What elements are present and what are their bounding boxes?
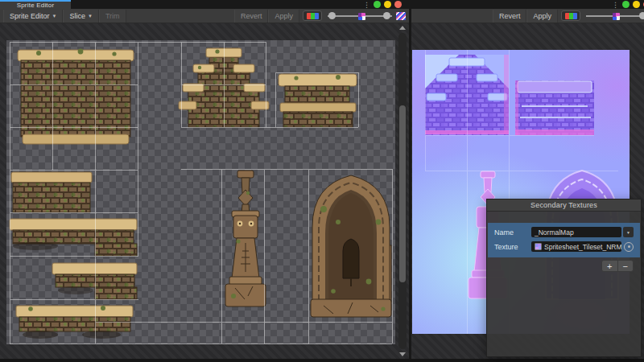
sprite-editor-menu-label: Sprite Editor <box>10 12 50 20</box>
name-row: Name _NormalMap ▼ <box>494 226 634 238</box>
name-label: Name <box>494 228 531 237</box>
sprite-editor-menu-button[interactable]: Sprite Editor ▼ <box>3 10 63 23</box>
mip-texture-icon <box>358 13 365 20</box>
zoom-mip-slider[interactable] <box>586 10 644 22</box>
zoom-mip-slider[interactable] <box>328 10 392 22</box>
revert-label: Revert <box>241 12 262 20</box>
sprite-wall-large <box>18 49 134 144</box>
name-dropdown[interactable]: _NormalMap <box>531 227 621 237</box>
spritesheet-texture[interactable] <box>6 40 395 344</box>
sprite-platform-block <box>279 74 357 127</box>
pane-controls-left: ⋮ <box>363 0 402 9</box>
window-green-icon[interactable] <box>374 1 381 8</box>
apply-button[interactable]: Apply <box>526 10 558 23</box>
sprite-editor-left-pane <box>0 23 409 359</box>
revert-button[interactable]: Revert <box>493 10 527 23</box>
object-picker-icon[interactable] <box>624 242 634 252</box>
window-red-icon[interactable] <box>394 1 402 8</box>
selected-secondary-texture[interactable]: Name _NormalMap ▼ Texture Spritesheet_Ti… <box>488 223 640 257</box>
apply-label: Apply <box>275 12 293 20</box>
menu-dots-icon[interactable]: ⋮ <box>612 1 619 9</box>
pane-controls-right: ⋮ <box>612 0 644 9</box>
name-dropdown-button[interactable]: ▼ <box>623 227 634 237</box>
normalmap-platform-block <box>515 80 594 135</box>
vertical-scrollbar[interactable] <box>397 25 408 357</box>
chevron-down-icon: ▼ <box>52 14 57 19</box>
revert-button[interactable]: Revert <box>234 10 269 23</box>
texture-thumbnail-icon <box>535 243 542 250</box>
chevron-down-icon: ▼ <box>88 14 93 19</box>
scrollbar-thumb[interactable] <box>399 105 406 282</box>
remove-texture-button[interactable]: − <box>618 261 634 271</box>
mip-texture-icon <box>613 13 620 20</box>
chevron-down-icon: ▼ <box>626 230 630 235</box>
rgb-icon <box>307 13 319 19</box>
add-texture-button[interactable]: + <box>602 261 618 271</box>
panel-title: Secondary Textures <box>487 200 641 212</box>
apply-label: Apply <box>533 12 551 20</box>
menu-dots-icon[interactable]: ⋮ <box>363 1 370 9</box>
scroll-down-icon[interactable] <box>399 352 406 356</box>
mip-slider-knob[interactable] <box>383 12 390 19</box>
secondary-textures-panel: Secondary Textures Name _NormalMap ▼ Tex… <box>486 199 642 357</box>
trim-label: Trim <box>105 12 120 20</box>
panel-footer-buttons: + − <box>601 260 634 272</box>
left-toolbar: Sprite Editor ▼ Slice ▼ Trim Revert Appl… <box>0 9 409 23</box>
slice-menu-label: Slice <box>69 12 85 20</box>
sprite-arch-portal <box>311 175 391 317</box>
texture-label: Texture <box>494 243 531 251</box>
tab-label: Sprite Editor <box>17 2 55 9</box>
trim-button[interactable]: Trim <box>99 10 126 23</box>
window-green-icon[interactable] <box>622 1 630 8</box>
scroll-up-icon[interactable] <box>399 26 406 30</box>
color-channels-button[interactable] <box>303 10 322 21</box>
revert-label: Revert <box>499 12 521 20</box>
zoom-slider-knob[interactable] <box>639 12 644 19</box>
sprite-totem <box>225 171 266 306</box>
name-value: _NormalMap <box>535 228 574 237</box>
window-yellow-icon[interactable] <box>384 1 391 8</box>
texture-value: Spritesheet_Tileset_NRM <box>544 243 621 251</box>
zoom-slider-knob[interactable] <box>328 12 336 19</box>
tab-sprite-editor[interactable]: Sprite Editor <box>0 0 71 9</box>
window-bottom-edge <box>0 359 644 362</box>
tab-bar: Sprite Editor ⋮ ⋮ <box>0 0 644 9</box>
rgb-icon <box>565 13 577 19</box>
apply-button[interactable]: Apply <box>268 10 299 23</box>
mipmap-icon <box>396 12 406 20</box>
right-toolbar: Revert Apply <box>411 9 644 23</box>
texture-object-field[interactable]: Spritesheet_Tileset_NRM <box>531 241 621 252</box>
color-channels-button[interactable] <box>561 10 580 21</box>
slice-menu-button[interactable]: Slice ▼ <box>63 10 98 23</box>
window-yellow-icon[interactable] <box>633 1 640 8</box>
texture-row: Texture Spritesheet_Tileset_NRM <box>494 241 634 253</box>
